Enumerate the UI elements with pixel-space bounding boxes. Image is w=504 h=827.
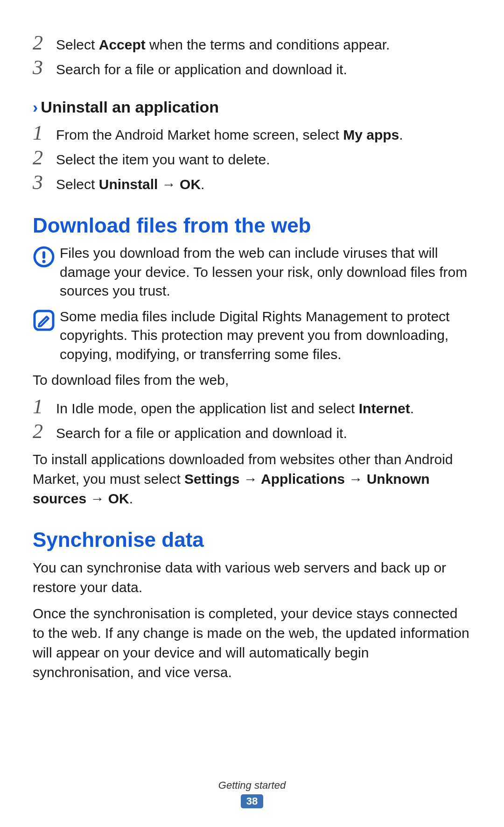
paragraph: You can synchronise data with various we… <box>33 558 471 597</box>
page-footer: Getting started 38 <box>0 779 504 808</box>
page-number: 38 <box>241 794 263 808</box>
list-item: 3 Search for a file or application and d… <box>33 57 471 79</box>
heading-download: Download files from the web <box>33 214 471 237</box>
warning-icon <box>33 244 60 270</box>
footer-section: Getting started <box>0 779 504 792</box>
manual-page: 2 Select Accept when the terms and condi… <box>0 0 504 827</box>
step-number: 2 <box>33 421 56 442</box>
step-number: 3 <box>33 57 56 78</box>
step-text: In Idle mode, open the application list … <box>56 399 471 418</box>
step-number: 3 <box>33 172 56 193</box>
download-steps-list: 1 In Idle mode, open the application lis… <box>33 396 471 443</box>
callout-text: Files you download from the web can incl… <box>60 244 471 301</box>
heading-synchronise: Synchronise data <box>33 528 471 551</box>
subheading-text: Uninstall an application <box>41 98 219 116</box>
step-number: 1 <box>33 396 56 417</box>
list-item: 2 Search for a file or application and d… <box>33 421 471 443</box>
callout-note: Some media files include Digital Rights … <box>33 307 471 364</box>
step-text: Select Accept when the terms and conditi… <box>56 35 471 55</box>
step-number: 2 <box>33 33 56 53</box>
chevron-right-icon: › <box>33 98 38 116</box>
list-item: 2 Select the item you want to delete. <box>33 148 471 170</box>
paragraph: Once the synchronisation is completed, y… <box>33 604 471 682</box>
uninstall-steps-list: 1 From the Android Market home screen, s… <box>33 123 471 194</box>
svg-rect-1 <box>42 251 45 259</box>
subheading-uninstall: › Uninstall an application <box>33 98 471 116</box>
callout-warning: Files you download from the web can incl… <box>33 244 471 301</box>
step-number: 2 <box>33 148 56 168</box>
paragraph-install: To install applications downloaded from … <box>33 450 471 509</box>
step-text: Search for a file or application and dow… <box>56 424 471 443</box>
svg-point-2 <box>42 260 46 263</box>
step-number: 1 <box>33 123 56 143</box>
top-steps-list: 2 Select Accept when the terms and condi… <box>33 33 471 79</box>
step-text: Select the item you want to delete. <box>56 150 471 170</box>
list-item: 1 From the Android Market home screen, s… <box>33 123 471 145</box>
list-item: 1 In Idle mode, open the application lis… <box>33 396 471 418</box>
callout-text: Some media files include Digital Rights … <box>60 307 471 364</box>
step-text: Search for a file or application and dow… <box>56 60 471 79</box>
list-item: 3 Select Uninstall → OK. <box>33 172 471 194</box>
step-text: Select Uninstall → OK. <box>56 175 471 194</box>
list-item: 2 Select Accept when the terms and condi… <box>33 33 471 55</box>
paragraph: To download files from the web, <box>33 370 471 390</box>
note-icon <box>33 307 60 333</box>
step-text: From the Android Market home screen, sel… <box>56 125 471 145</box>
